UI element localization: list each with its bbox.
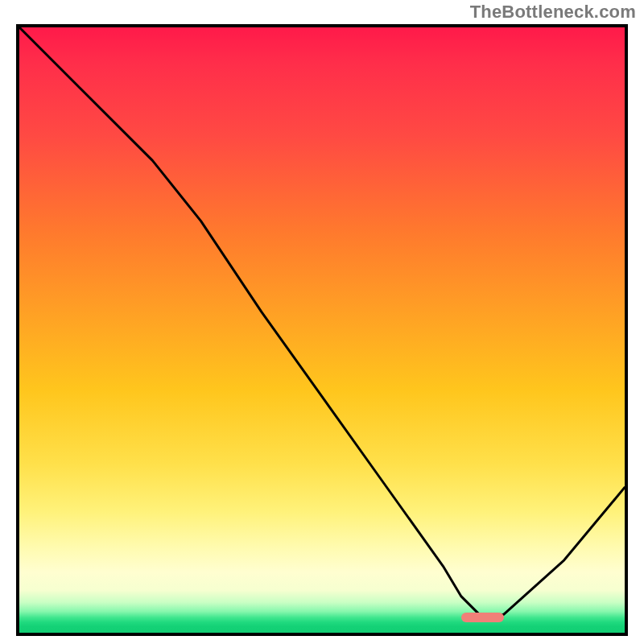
bottleneck-curve [19, 27, 625, 633]
watermark-text: TheBottleneck.com [470, 2, 636, 23]
chart-container: TheBottleneck.com [0, 0, 644, 644]
chart-frame [16, 24, 628, 636]
optimal-range-marker [461, 613, 504, 622]
